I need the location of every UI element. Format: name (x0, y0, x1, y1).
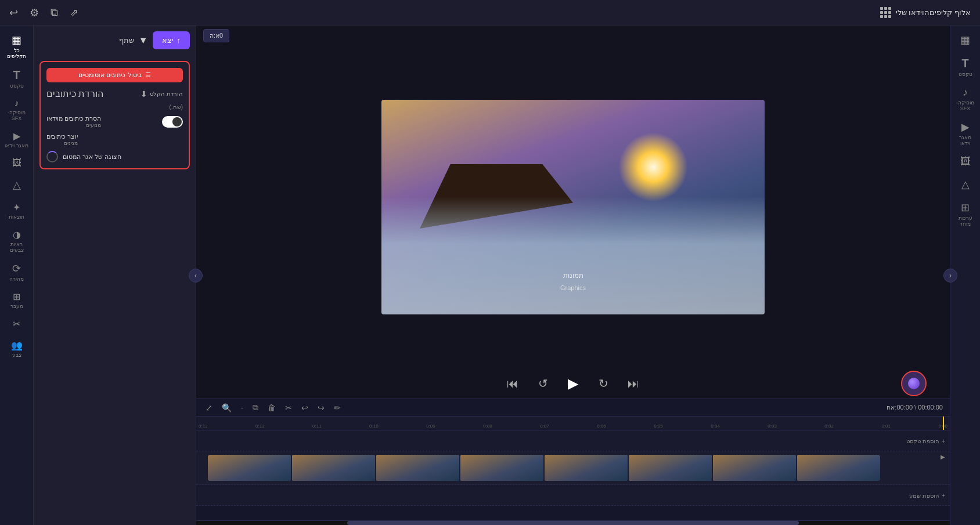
forward-icon: ⏭ (628, 377, 639, 390)
video-thumb-6 (629, 455, 712, 481)
back-icon[interactable]: ↩ (9, 6, 18, 19)
subtitle-text-1: תמונות (563, 271, 583, 280)
right-item-sfx[interactable]: ♪ מוסיקה-SFX (952, 83, 979, 115)
sidebar-item-transition[interactable]: △ (2, 175, 32, 196)
video-thumb-2 (292, 455, 375, 481)
timeline-edit-tool[interactable]: ✏ (332, 402, 343, 414)
right-panel-expand-button[interactable]: › (943, 269, 957, 283)
magic-ball-button[interactable] (901, 371, 927, 396)
playback-controls: ⏮ ↺ ▶ ↻ ⏭ (196, 368, 950, 399)
sfx-label: מוסיקה-SFX (4, 110, 30, 121)
transition-icon: △ (13, 179, 21, 191)
right-item-image[interactable]: 🖼 (952, 152, 979, 172)
export-dropdown-btn[interactable]: ▼ (139, 35, 148, 46)
sidebar-item-sfx[interactable]: ♪ מוסיקה-SFX (2, 95, 32, 125)
settings-icon[interactable]: ⚙ (30, 6, 39, 19)
export-area: ↑ יצא ▼ שתף (34, 26, 196, 55)
duplicate-icon[interactable]: ⧉ (51, 6, 58, 19)
preview-top: 0א:ה (196, 26, 950, 46)
creator-label: יוצר כיתובים (46, 133, 78, 140)
timeline-scrollbar[interactable] (196, 520, 950, 525)
creator-sub: מנינים (46, 140, 78, 146)
video-label: מאגר וידאו (5, 143, 28, 149)
ruler-marks: 0:13 0:12 0:11 0:10 0:09 0:08 0:07 0:06 … (199, 423, 947, 429)
clouds (381, 197, 765, 315)
creator-row: יוצר כיתובים מנינים (46, 133, 183, 146)
app-title: אלוף קליפיםהוידאו שלי (896, 8, 971, 17)
sidebar-item-effects[interactable]: ✦ תוצאות (2, 198, 32, 223)
sidebar-item-transfer[interactable]: ⊞ מעבר (2, 288, 32, 313)
sidebar-item-team[interactable]: 👥 צבע (2, 336, 32, 361)
video-background (381, 100, 765, 314)
color-label: ראיות צבעים (4, 241, 30, 253)
export-button[interactable]: ↑ יצא (153, 31, 190, 49)
add-text-label: הוספת טקסט (906, 437, 939, 444)
ruler-mark: 0:11 (312, 423, 322, 429)
share-button[interactable]: שתף (119, 36, 134, 45)
cancel-icon: ☰ (145, 71, 151, 79)
extra-right-label: ערכות מוחד (954, 215, 977, 227)
sync-toggle[interactable] (162, 116, 183, 128)
sidebar-item-media[interactable]: ▦ כל הקליפים (2, 30, 32, 63)
video-thumb-3 (376, 455, 459, 481)
replay5-icon: ↺ (538, 376, 548, 390)
effects-right-icon: △ (961, 178, 970, 191)
transfer-icon: ⊞ (13, 291, 20, 302)
timeline-zoom-out-tool[interactable]: - (239, 403, 246, 413)
sidebar-item-crop[interactable]: ✂ (2, 315, 32, 334)
timeline-area: ⤢ 🔍 - ⧉ 🗑 ✂ ↩ ↪ ✏ 00:00:00 \ 00:00:אח 0: (196, 399, 950, 520)
subtitle-panel-header: ☰ ביטול כיתובים אוטומטיים (46, 68, 183, 82)
speed-icon: ⟳ (12, 262, 21, 275)
current-time: 00:00:00 \ 00:00:אח (887, 404, 943, 411)
timeline-delete-tool[interactable]: 🗑 (265, 402, 278, 414)
sidebar-item-video[interactable]: ▶ מאגר וידאו (2, 127, 32, 152)
cancel-auto-subtitles-button[interactable]: ☰ ביטול כיתובים אוטומטיים (46, 68, 183, 82)
forward-button[interactable]: ⏭ (624, 374, 643, 393)
rewind-icon: ⏮ (507, 377, 518, 390)
right-item-extra[interactable]: ⊞ ערכות מוחד (952, 198, 979, 230)
timeline-zoom-in-tool[interactable]: 🔍 (219, 402, 234, 414)
media-icon: ▦ (12, 34, 21, 46)
preview-time-button[interactable]: 0א:ה (203, 29, 229, 42)
share-icon[interactable]: ⇗ (70, 6, 78, 19)
subtitle-overlay-1: תמונות (563, 271, 583, 280)
timeline-duplicate-tool[interactable]: ⧉ (250, 401, 261, 414)
video-thumb-7 (713, 455, 796, 481)
forward5-icon: ↻ (599, 376, 608, 390)
right-item-text[interactable]: T טקסט (952, 53, 979, 81)
video-thumb-5 (545, 455, 628, 481)
sidebar-item-text[interactable]: T טקסט (2, 65, 32, 92)
left-sidebar: ▦ כל הקליפים T טקסט ♪ מוסיקה-SFX ▶ מאגר … (0, 26, 34, 525)
grid-menu-icon[interactable] (880, 7, 891, 18)
replay5-button[interactable]: ↺ (534, 374, 552, 393)
srt-row: (שח.) (46, 104, 183, 110)
timeline-toolbar: ⤢ 🔍 - ⧉ 🗑 ✂ ↩ ↪ ✏ 00:00:00 \ 00:00:אח (196, 399, 950, 417)
timeline-undo-tool[interactable]: ↩ (299, 402, 311, 414)
text-track-row: + הוספת טקסט (196, 430, 950, 451)
sidebar-item-image[interactable]: 🖼 (2, 154, 32, 173)
download-info: הורדת הקלט ⬇ (140, 89, 183, 99)
sidebar-item-color[interactable]: ◑ ראיות צבעים (2, 226, 32, 256)
timeline-fit-tool[interactable]: ⤢ (203, 402, 215, 414)
right-item-video[interactable]: ▶ מאגר וידאו (952, 117, 979, 150)
sun-glow (618, 132, 688, 202)
top-bar-right: אלוף קליפיםהוידאו שלי (880, 7, 971, 18)
export-up-icon: ↑ (177, 36, 181, 45)
scrollbar-thumb[interactable] (347, 521, 799, 525)
right-item-layout[interactable]: ▦ (952, 30, 979, 51)
sidebar-item-speed[interactable]: ⟳ מהירה (2, 259, 32, 285)
add-text-track[interactable]: + הוספת טקסט (906, 437, 945, 444)
panel-collapse-button[interactable]: ‹ (189, 269, 203, 283)
add-audio-track[interactable]: + הוספת שמע (909, 492, 945, 498)
timeline-redo-tool[interactable]: ↪ (315, 402, 327, 414)
play-button[interactable]: ▶ (564, 374, 582, 393)
image-right-icon: 🖼 (960, 155, 971, 168)
timeline-playhead[interactable] (943, 417, 944, 430)
timeline-cut-tool[interactable]: ✂ (283, 402, 294, 414)
right-item-effects[interactable]: △ (952, 175, 979, 195)
rewind-button[interactable]: ⏮ (503, 374, 522, 393)
ruler-mark: 0:06 (597, 423, 606, 429)
layout-icon: ▦ (960, 34, 970, 46)
forward5-button[interactable]: ↻ (594, 374, 613, 393)
cancel-label: ביטול כיתובים אוטומטיים (78, 71, 141, 79)
